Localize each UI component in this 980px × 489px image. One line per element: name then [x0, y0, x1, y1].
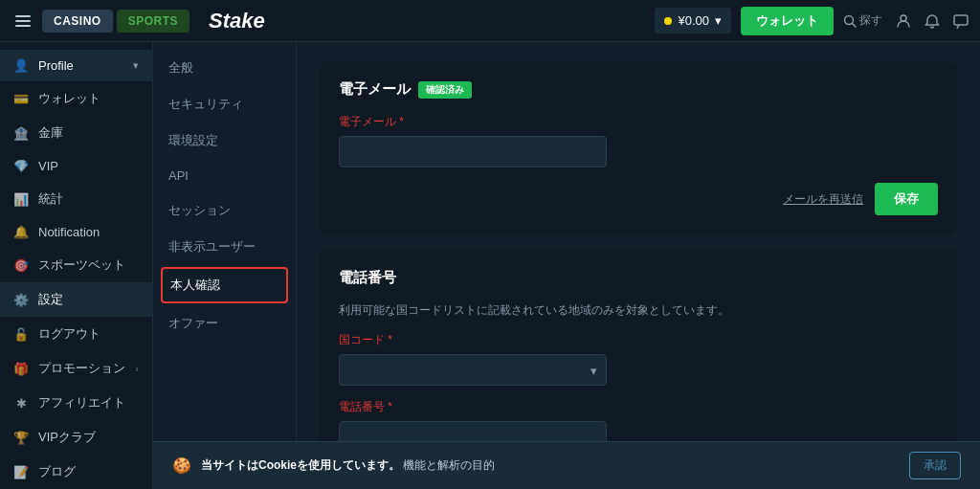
sidebar-label-vip-club: VIPクラブ	[38, 429, 139, 446]
sidebar-label-logout: ログアウト	[38, 325, 139, 343]
bell-icon[interactable]	[924, 13, 940, 29]
email-section-title: 電子メール 確認済み	[339, 80, 938, 99]
phone-title-text: 電話番号	[339, 269, 396, 287]
layout: 👤 Profile ▾ 💳 ウォレット 🏦 金庫 💎 VIP 📊 統計 🔔 No…	[0, 42, 980, 489]
phone-field-label: 電話番号 *	[339, 399, 938, 415]
settings-icon: ⚙️	[13, 293, 29, 307]
search-icon[interactable]: 探す	[843, 12, 882, 29]
email-input[interactable]	[339, 136, 607, 167]
profile-arrow: ▾	[133, 59, 139, 72]
nav-tabs: CASINO SPORTS	[42, 10, 189, 33]
subnav-item-api[interactable]: API	[153, 159, 296, 192]
sidebar-label-settings: 設定	[38, 291, 139, 308]
nav-icons: 探す	[843, 12, 969, 29]
sidebar-label-profile: Profile	[38, 58, 123, 73]
sports-tab[interactable]: SPORTS	[117, 10, 189, 33]
subnav-item-session[interactable]: セッション	[153, 192, 296, 229]
subnav-item-security[interactable]: セキュリティ	[153, 86, 296, 122]
sidebar-item-vault[interactable]: 🏦 金庫	[0, 116, 152, 150]
main-content: 電子メール 確認済み 電子メール * メールを再送信 保存 電話番号 利用可能な…	[297, 42, 980, 489]
promotions-arrow: ›	[135, 363, 139, 374]
search-label: 探す	[859, 12, 882, 29]
balance-button[interactable]: ¥0.00 ▾	[655, 8, 731, 33]
profile-icon: 👤	[13, 58, 29, 73]
cookie-icon: 🍪	[172, 456, 191, 475]
blog-icon: 📝	[13, 465, 29, 479]
subnav-label-verification: 本人確認	[170, 278, 220, 292]
svg-rect-3	[954, 15, 968, 25]
logo: Stake	[209, 9, 265, 33]
balance-arrow: ▾	[715, 13, 722, 28]
sidebar-label-blog: ブログ	[38, 463, 139, 480]
sidebar-item-logout[interactable]: 🔓 ログアウト	[0, 317, 152, 351]
subnav-item-offer[interactable]: オファー	[153, 305, 296, 342]
sidebar-label-notification: Notification	[38, 225, 139, 239]
svg-point-2	[901, 15, 906, 21]
subnav-label-hidden-users: 非表示ユーザー	[168, 239, 256, 254]
subnav-item-general[interactable]: 全般	[153, 50, 296, 86]
resend-email-link[interactable]: メールを再送信	[783, 191, 863, 208]
casino-tab[interactable]: CASINO	[42, 10, 113, 33]
sidebar-item-settings[interactable]: ⚙️ 設定	[0, 282, 152, 317]
email-title-text: 電子メール	[339, 80, 411, 99]
country-code-label: 国コード *	[339, 332, 938, 348]
sidebar-item-profile[interactable]: 👤 Profile ▾	[0, 50, 152, 81]
verified-badge: 確認済み	[418, 81, 472, 99]
sidebar-item-stats[interactable]: 📊 統計	[0, 182, 152, 216]
sidebar-label-affiliate: アフィリエイト	[38, 394, 139, 411]
stats-icon: 📊	[13, 192, 29, 207]
subnav-label-session: セッション	[168, 203, 231, 217]
vip-club-icon: 🏆	[13, 431, 29, 445]
hamburger-button[interactable]	[11, 11, 34, 31]
subnav-item-hidden-users[interactable]: 非表示ユーザー	[153, 229, 296, 265]
balance-dot	[664, 17, 672, 25]
sidebar-item-promotions[interactable]: 🎁 プロモーション ›	[0, 351, 152, 386]
sidebar-item-vip-club[interactable]: 🏆 VIPクラブ	[0, 420, 152, 455]
chat-icon[interactable]	[953, 13, 969, 29]
subnav-label-general: 全般	[168, 60, 193, 75]
email-section: 電子メール 確認済み 電子メール * メールを再送信 保存	[320, 61, 957, 234]
subnav-label-offer: オファー	[168, 316, 218, 330]
user-icon[interactable]	[896, 13, 911, 29]
cookie-banner: 🍪 当サイトはCookieを使用しています。 機能と解析の目的 承認	[153, 441, 980, 489]
vip-icon: 💎	[13, 159, 29, 173]
sidebar-label-vip: VIP	[38, 159, 139, 173]
sidebar-item-sports-bet[interactable]: 🎯 スポーツベット	[0, 248, 152, 282]
sidebar-item-wallet[interactable]: 💳 ウォレット	[0, 81, 152, 116]
wallet-button[interactable]: ウォレット	[741, 7, 834, 35]
sub-nav: 全般 セキュリティ 環境設定 API セッション 非表示ユーザー 本人確認 オフ…	[153, 42, 297, 489]
wallet-icon: 💳	[13, 92, 29, 106]
sidebar-label-stats: 統計	[38, 190, 139, 208]
subnav-label-api: API	[168, 168, 189, 183]
cookie-accept-button[interactable]: 承認	[909, 452, 961, 479]
svg-line-1	[853, 23, 857, 27]
affiliate-icon: ✱	[13, 396, 29, 411]
notification-icon: 🔔	[13, 225, 29, 239]
sidebar-item-affiliate[interactable]: ✱ アフィリエイト	[0, 386, 152, 420]
save-button[interactable]: 保存	[875, 183, 938, 215]
subnav-label-security: セキュリティ	[168, 97, 243, 111]
country-code-wrapper	[339, 354, 607, 386]
promotions-icon: 🎁	[13, 362, 29, 376]
cookie-text: 当サイトはCookieを使用しています。 機能と解析の目的	[201, 457, 900, 474]
vault-icon: 🏦	[13, 126, 29, 141]
sidebar-label-vault: 金庫	[38, 124, 139, 142]
phone-section-title: 電話番号	[339, 269, 938, 287]
sidebar-item-notification[interactable]: 🔔 Notification	[0, 216, 152, 248]
subnav-item-environment[interactable]: 環境設定	[153, 122, 296, 159]
subnav-item-verification[interactable]: 本人確認	[161, 267, 288, 303]
top-nav: CASINO SPORTS Stake ¥0.00 ▾ ウォレット 探す	[0, 0, 980, 42]
country-code-select[interactable]	[339, 354, 607, 386]
sidebar-item-vip[interactable]: 💎 VIP	[0, 150, 152, 182]
subnav-label-environment: 環境設定	[168, 133, 218, 147]
phone-description: 利用可能な国コードリストに記載されている地域のみを対象としています。	[339, 302, 938, 319]
sidebar: 👤 Profile ▾ 💳 ウォレット 🏦 金庫 💎 VIP 📊 統計 🔔 No…	[0, 42, 153, 489]
sidebar-label-wallet: ウォレット	[38, 90, 139, 107]
sidebar-item-blog[interactable]: 📝 ブログ	[0, 455, 152, 489]
email-field-label: 電子メール *	[339, 114, 938, 130]
email-section-footer: メールを再送信 保存	[339, 183, 938, 215]
sports-bet-icon: 🎯	[13, 258, 29, 273]
balance-amount: ¥0.00	[678, 13, 709, 28]
logout-icon: 🔓	[13, 327, 29, 342]
sidebar-label-sports-bet: スポーツベット	[38, 256, 139, 274]
